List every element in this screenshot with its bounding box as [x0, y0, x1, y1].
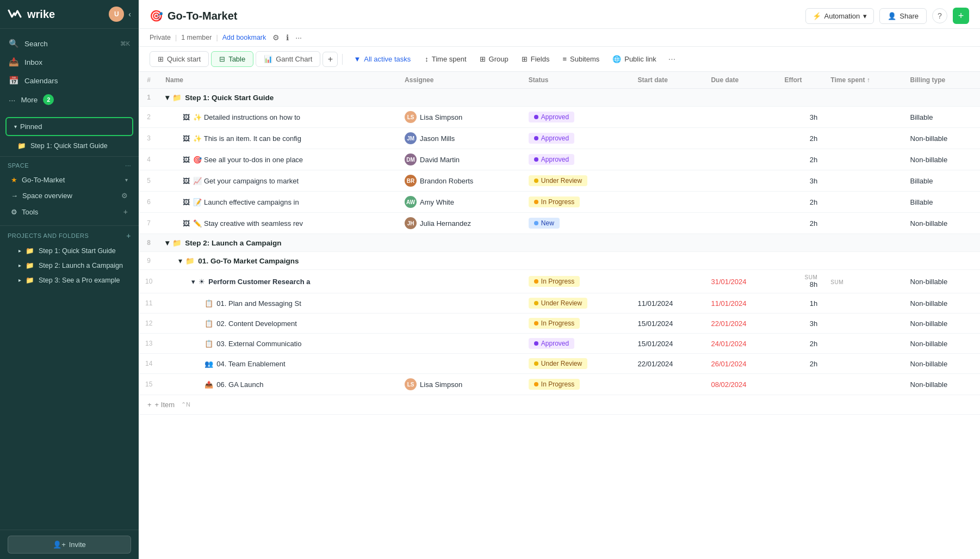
group-label: Group [489, 55, 508, 63]
tab-gantt[interactable]: 📊 Gantt Chart [256, 51, 320, 67]
assignee-cell [398, 354, 522, 374]
row-name-cell: 📋 01. Plan and Messaging St [159, 293, 398, 314]
table-row[interactable]: 3 🖼 ✨ This is an item. It can be config … [139, 128, 980, 149]
assignee-cell: LS Lisa Simpson [405, 378, 516, 390]
effort-cell: 3h [778, 314, 824, 334]
table-row[interactable]: 2 🖼 ✨ Detailed instructions on how to LS… [139, 107, 980, 128]
fields-label: Fields [531, 55, 550, 63]
add-bookmark-button[interactable]: Add bookmark [222, 34, 266, 41]
billing-cell: Non-billable [904, 354, 980, 374]
collapse-icon[interactable]: ▾ [165, 238, 169, 247]
table-row[interactable]: 5 🖼 📈 Get your campaigns to market BR Br… [139, 170, 980, 192]
table-row[interactable]: 1 ▾ 📁 Step 1: Quick Start Guide [139, 89, 980, 107]
subitems-icon: ≡ [562, 55, 567, 63]
project-label: Step 2: Launch a Campaign [39, 262, 123, 269]
project-item-step2[interactable]: ▸ 📁 Step 2: Launch a Campaign [14, 258, 131, 273]
assignee-cell: BR Brandon Roberts [405, 175, 516, 187]
row-num: 7 [139, 213, 159, 234]
time-spent-button[interactable]: ↕ Time spent [419, 52, 472, 66]
info-icon[interactable]: ℹ [286, 33, 289, 42]
collapse-sidebar-icon[interactable]: ‹ [128, 10, 131, 19]
collapse-icon[interactable]: ▾ [178, 256, 182, 265]
row-num: 12 [139, 314, 159, 334]
task-title: 📝 Launch effective campaigns in [193, 198, 299, 206]
user-avatar[interactable]: U [109, 7, 124, 22]
task-name: 🖼 📈 Get your campaigns to market [165, 177, 328, 185]
filter-button[interactable]: ▼ All active tasks [347, 52, 417, 66]
invite-button[interactable]: 👤+ Invite [8, 536, 131, 554]
assignee-cell [398, 270, 522, 293]
collapse-icon[interactable]: ▾ [191, 278, 195, 286]
settings-icon[interactable]: ⚙ [272, 33, 280, 42]
table-row[interactable]: 12 📋 02. Content Development In Progress… [139, 314, 980, 334]
add-view-button[interactable]: + [322, 52, 338, 67]
pinned-section-header[interactable]: ▾ Pinned [5, 117, 133, 136]
automation-button[interactable]: ⚡ Automation ▾ [805, 8, 874, 24]
gear-icon[interactable]: ⚙ [121, 192, 128, 200]
space-item-overview[interactable]: → Space overview ⚙ [8, 188, 131, 204]
projects-label: Projects and folders + [8, 231, 131, 240]
share-button[interactable]: 👤 Share [879, 8, 927, 24]
more-dots-icon[interactable]: ··· [295, 33, 302, 42]
page-title: 🎯 Go-To-Market [150, 9, 238, 22]
assignee-cell: DM David Martin [405, 153, 516, 165]
col-effort[interactable]: Effort [778, 72, 824, 89]
tools-plus-icon[interactable]: + [123, 207, 128, 216]
space-item-go-to-market[interactable]: ★ Go-To-Market ▾ [8, 172, 131, 188]
table-row[interactable]: 11 📋 01. Plan and Messaging St Under Rev… [139, 293, 980, 314]
table-row[interactable]: 14 👥 04. Team Enablement Under Review 22… [139, 354, 980, 374]
task-name: 🖼 ✏️ Stay creative with seamless rev [165, 219, 328, 228]
sidebar-item-more[interactable]: ··· More 2 [0, 90, 139, 109]
task-title: 🎯 See all your to-dos in one place [193, 156, 303, 164]
col-due-date[interactable]: Due date [704, 72, 778, 89]
col-start-date[interactable]: Start date [631, 72, 704, 89]
sidebar-item-calendars[interactable]: 📅 Calendars [0, 71, 139, 90]
fields-button[interactable]: ⊞ Fields [516, 52, 555, 66]
table-row[interactable]: 15 📤 06. GA Launch LS Lisa Simpson In Pr… [139, 374, 980, 395]
space-more-icon[interactable]: ··· [125, 162, 131, 169]
task-icon: 🖼 [183, 134, 190, 143]
table-row[interactable]: 10 ▾ ☀ Perform Customer Research a In Pr… [139, 270, 980, 293]
add-button[interactable]: + [953, 8, 969, 24]
toolbar-more-icon[interactable]: ··· [664, 52, 680, 66]
group-button[interactable]: ⊞ Group [474, 52, 514, 66]
table-row[interactable]: 8 ▾ 📁 Step 2: Launch a Campaign [139, 234, 980, 252]
lightning-icon: ⚡ [812, 12, 821, 20]
task-title: ✏️ Stay creative with seamless rev [193, 219, 303, 228]
col-name[interactable]: Name [159, 72, 398, 89]
table-row[interactable]: 13 📋 03. External Communicatio Approved … [139, 334, 980, 354]
sidebar-item-search[interactable]: 🔍 Search ⌘K [0, 34, 139, 53]
folder-icon: 📁 [26, 276, 34, 284]
add-item-button[interactable]: + + Item ⌃N [147, 401, 971, 409]
collapse-icon[interactable]: ▾ [165, 93, 169, 102]
table-row[interactable]: 9 ▾ 📁 01. Go-To Market Campaigns [139, 252, 980, 270]
search-shortcut: ⌘K [120, 40, 130, 47]
table-row[interactable]: 6 🖼 📝 Launch effective campaigns in AW A… [139, 192, 980, 213]
sort-icon: ↕ [425, 55, 429, 63]
col-assignee[interactable]: Assignee [398, 72, 522, 89]
subitems-button[interactable]: ≡ Subitems [557, 52, 605, 66]
col-time-spent[interactable]: Time spent ↑ [824, 72, 903, 89]
space-item-tools[interactable]: ⚙ Tools + [8, 204, 131, 220]
tab-quick-start[interactable]: ⊞ Quick start [150, 51, 209, 67]
start-date: 11/01/2024 [637, 299, 673, 308]
project-item-step1[interactable]: ▸ 📁 Step 1: Quick Start Guide [14, 243, 131, 258]
col-billing-type[interactable]: Billing type [904, 72, 980, 89]
effort-cell: 2h [778, 354, 824, 374]
projects-plus-icon[interactable]: + [126, 231, 131, 240]
project-icon: 🎯 [150, 9, 163, 22]
col-status[interactable]: Status [522, 72, 631, 89]
effort-cell: 3h [778, 107, 824, 128]
project-label: Step 3: See a Pro example [39, 277, 120, 284]
tab-table[interactable]: ⊟ Table [211, 51, 253, 67]
start-date-cell [631, 213, 704, 234]
table-row[interactable]: 4 🖼 🎯 See all your to-dos in one place D… [139, 149, 980, 170]
table-row[interactable]: 7 🖼 ✏️ Stay creative with seamless rev J… [139, 213, 980, 234]
sidebar-item-inbox[interactable]: 📥 Inbox [0, 53, 139, 71]
project-item-step3[interactable]: ▸ 📁 Step 3: See a Pro example [14, 273, 131, 287]
go-to-market-label: Go-To-Market [22, 176, 65, 184]
help-button[interactable]: ? [932, 8, 947, 23]
pinned-item-step1[interactable]: 📁 Step 1: Quick Start Guide [0, 138, 139, 153]
task-name: 🖼 ✨ This is an item. It can be config [165, 134, 328, 143]
public-link-button[interactable]: 🌐 Public link [607, 52, 662, 66]
